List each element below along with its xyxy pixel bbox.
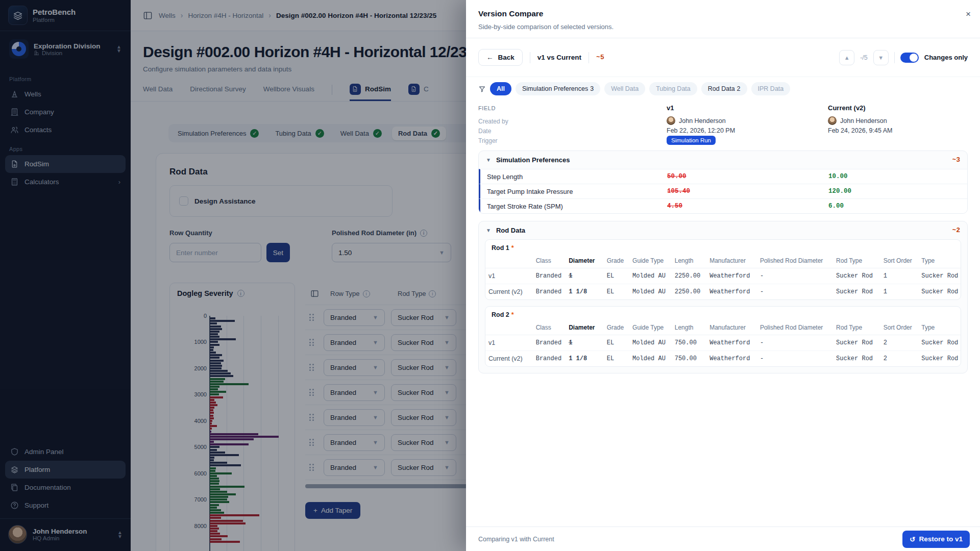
cell: - — [757, 268, 833, 284]
column-header: Length — [672, 254, 707, 268]
cell: Sucker Rod — [918, 284, 961, 300]
table-row: Current (v2)Branded1 1/8ELMolded AU750.0… — [485, 351, 961, 367]
cell: 2 — [880, 335, 919, 351]
cell: Sucker Rod — [918, 351, 961, 367]
panel-subtitle: Side-by-side comparison of selected vers… — [478, 23, 968, 31]
filter-chip-tubing-data[interactable]: Tubing Data — [649, 82, 697, 95]
table-row: Current (v2)Branded1 1/8ELMolded AU2250.… — [485, 284, 961, 300]
table-card-title: Rod 1* — [485, 240, 961, 254]
cell: Sucker Rod — [918, 335, 961, 351]
cell: 1 1/8 — [566, 284, 604, 300]
cell: Molded AU — [629, 351, 672, 367]
created-by-label: Created by — [478, 118, 508, 125]
filter-chip-simulation-preferences[interactable]: Simulation Preferences3 — [516, 82, 600, 95]
field-label: Target Pump Intake Pressure — [487, 188, 573, 195]
version-name: v1 — [485, 268, 533, 284]
cell: EL — [604, 351, 629, 367]
cell: Sucker Rod — [833, 284, 880, 300]
cell: Weatherford — [706, 351, 757, 367]
table-card-title: Rod 2* — [485, 307, 961, 320]
compare-table-card: Rod 2*ClassDiameterGradeGuide TypeLength… — [485, 306, 961, 367]
cell: - — [757, 335, 833, 351]
close-icon[interactable]: × — [962, 9, 975, 19]
cell: 2250.00 — [672, 284, 707, 300]
user-avatar — [667, 116, 675, 125]
cell: EL — [604, 268, 629, 284]
column-header: Manufacturer — [706, 320, 757, 335]
compare-row: Step Length50.0010.00 — [479, 169, 967, 184]
v2-value: 10.00 — [828, 173, 848, 180]
cell: 2250.00 — [672, 268, 707, 284]
trigger-v1: Simulation Run — [667, 136, 716, 145]
app-root: PetroBench Platform Exploration Division… — [0, 0, 980, 551]
column-header: Length — [672, 320, 707, 335]
column-header: Rod Type — [833, 320, 880, 335]
section-header[interactable]: ▼Simulation Preferences~3 — [479, 151, 967, 169]
restore-button[interactable]: ↺ Restore to v1 — [902, 531, 970, 548]
field-column-header: FIELD — [478, 105, 496, 111]
changes-only-toggle[interactable] — [900, 53, 919, 63]
panel-footer: Comparing v1 with Current ↺ Restore to v… — [466, 527, 980, 551]
column-header: Grade — [604, 254, 629, 268]
v2-value: 6.00 — [828, 203, 844, 210]
prev-change-button[interactable]: ▲ — [839, 50, 854, 65]
column-header: Manufacturer — [706, 254, 757, 268]
section-title: Rod Data — [496, 227, 525, 234]
column-header: Diameter — [566, 320, 604, 335]
v2-value: 120.00 — [828, 188, 851, 195]
compare-table: ClassDiameterGradeGuide TypeLengthManufa… — [485, 254, 961, 299]
restore-icon: ↺ — [910, 535, 915, 543]
filter-chip-ipr-data[interactable]: IPR Data — [751, 82, 791, 95]
compare-table-card: Rod 1*ClassDiameterGradeGuide TypeLength… — [485, 239, 961, 300]
column-header: Polished Rod Diameter — [757, 320, 833, 335]
cell: 1 — [880, 268, 919, 284]
trigger-badge: Simulation Run — [667, 136, 716, 145]
v2-column-header: Current (v2) — [828, 104, 866, 112]
column-header: Rod Type — [833, 254, 880, 268]
date-v1: Feb 22, 2026, 12:20 PM — [667, 127, 735, 134]
chevron-down-icon: ▼ — [486, 228, 491, 233]
cell: Branded — [533, 335, 566, 351]
version-compare-panel: Version Compare Side-by-side comparison … — [466, 0, 980, 551]
filter-chip-rod-data[interactable]: Rod Data2 — [701, 82, 747, 95]
cell: Sucker Rod — [833, 268, 880, 284]
v1-value: 50.00 — [667, 173, 687, 180]
filter-chip-well-data[interactable]: Well Data — [604, 82, 645, 95]
cell: 1 — [566, 268, 604, 284]
cell: 750.00 — [672, 335, 707, 351]
cell: - — [757, 351, 833, 367]
column-header: Sort Order — [880, 320, 919, 335]
filter-chip-all[interactable]: All — [490, 82, 511, 95]
panel-title: Version Compare — [478, 9, 968, 18]
compare-row: Target Stroke Rate (SPM)4.506.00 — [479, 198, 967, 213]
created-by-v1: John Henderson — [667, 116, 726, 125]
back-button[interactable]: ← Back — [478, 49, 523, 66]
section-changes-badge: ~3 — [952, 156, 960, 164]
column-header: Polished Rod Diameter — [757, 254, 833, 268]
version-name: Current (v2) — [485, 351, 533, 367]
change-nav-counter: -/5 — [860, 54, 868, 61]
user-avatar — [828, 116, 837, 125]
filter-chip-row: AllSimulation Preferences3Well DataTubin… — [466, 77, 980, 101]
column-header: Diameter — [566, 254, 604, 268]
section-header[interactable]: ▼Rod Data~2 — [479, 221, 967, 239]
v1-value: 4.50 — [667, 203, 682, 210]
column-header: Type — [918, 254, 961, 268]
next-change-button[interactable]: ▼ — [873, 50, 889, 65]
cell: Sucker Rod — [833, 351, 880, 367]
compare-versions-label: v1 vs Current — [537, 54, 581, 61]
trigger-label: Trigger — [478, 137, 498, 144]
column-header — [485, 320, 533, 335]
cell: Weatherford — [706, 284, 757, 300]
cell: Molded AU — [629, 284, 672, 300]
cell: 2 — [880, 351, 919, 367]
table-row: v1Branded1ELMolded AU2250.00Weatherford-… — [485, 268, 961, 284]
cell: 750.00 — [672, 351, 707, 367]
cell: Weatherford — [706, 268, 757, 284]
chevron-down-icon: ▼ — [486, 157, 491, 163]
column-header: Guide Type — [629, 320, 672, 335]
total-changes-badge: ~5 — [596, 54, 604, 61]
cell: EL — [604, 284, 629, 300]
column-header: Sort Order — [880, 254, 919, 268]
cell: Branded — [533, 268, 566, 284]
